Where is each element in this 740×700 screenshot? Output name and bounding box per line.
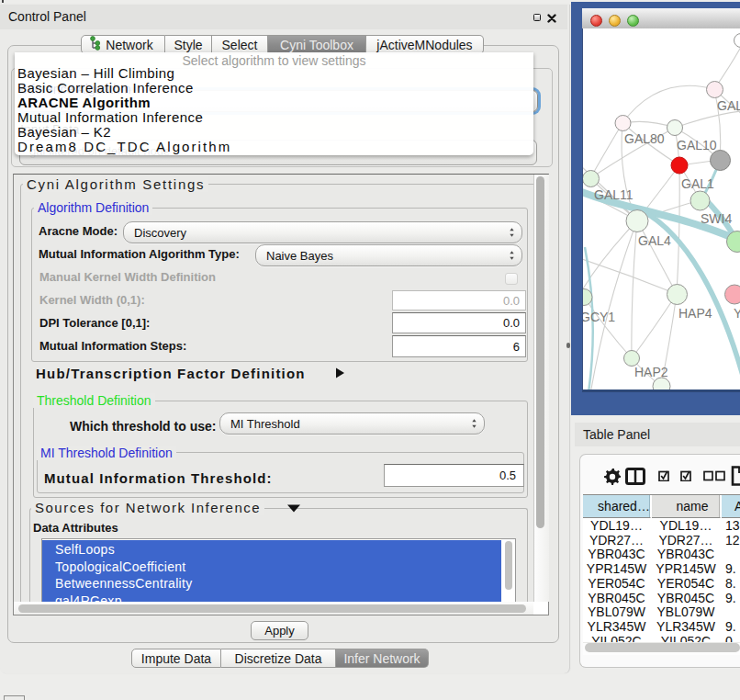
svg-text:SWI4: SWI4 [701, 211, 732, 226]
svg-text:HAP4: HAP4 [678, 306, 712, 321]
svg-text:GAL1: GAL1 [681, 176, 714, 191]
svg-text:GAL10: GAL10 [677, 138, 717, 152]
svg-text:GAL11: GAL11 [594, 187, 633, 202]
svg-text:GAL7: GAL7 [717, 98, 740, 113]
svg-text:HAP2: HAP2 [634, 365, 668, 379]
svg-text:GAL80: GAL80 [624, 131, 665, 146]
svg-text:GAL4: GAL4 [638, 233, 671, 248]
svg-text:YJ: YJ [734, 306, 740, 321]
svg-text:GCY1: GCY1 [583, 310, 615, 324]
